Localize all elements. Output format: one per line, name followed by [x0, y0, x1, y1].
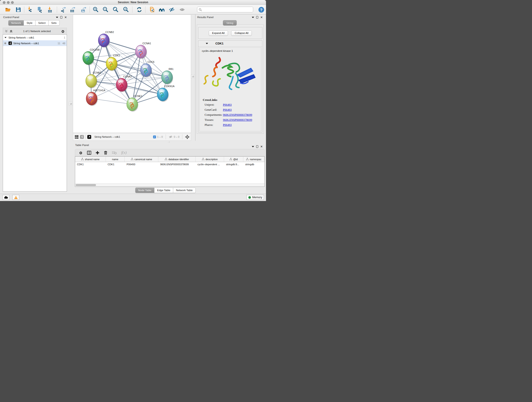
open-session-button[interactable] — [5, 6, 12, 13]
node-cdkn1a[interactable]: CDKN1A — [157, 85, 175, 102]
gear-icon[interactable] — [61, 29, 65, 33]
panel-menu-icon[interactable] — [56, 17, 58, 18]
tab-string[interactable]: String — [223, 20, 237, 26]
node-rb1[interactable]: RB1 — [162, 68, 173, 85]
crosslink-link[interactable]: 9606.ENSP00000378699 — [223, 118, 252, 122]
tab-style[interactable]: Style — [24, 20, 36, 26]
edge-ccnb2-ccne1[interactable] — [104, 40, 132, 104]
refresh-button[interactable] — [136, 6, 143, 13]
import-network-database-button[interactable] — [36, 6, 43, 13]
table-cell[interactable]: CDK1 — [106, 162, 125, 167]
export-network-button[interactable] — [60, 6, 66, 13]
crosslink-link[interactable]: P06493 — [223, 123, 232, 127]
network-canvas[interactable]: CCNB2CCNA1CDC25BCDK1CDC6RB1CCNB1CCNA2CDK… — [73, 14, 191, 133]
expand-all-icon[interactable] — [9, 30, 13, 33]
panel-menu-icon[interactable] — [252, 17, 254, 18]
collapse-all-icon[interactable] — [5, 30, 8, 33]
zoom-selected-button[interactable] — [123, 6, 129, 13]
selected-checkbox-icon[interactable]: ✓ — [153, 135, 156, 138]
column-header-shared-name[interactable]: shared name — [75, 157, 106, 162]
tab-node-table[interactable]: Node Table — [135, 187, 154, 193]
node-table[interactable]: shared namenamecanonical namedatabase id… — [75, 156, 265, 187]
column-header-name[interactable]: name — [106, 157, 125, 162]
float-panel-icon[interactable] — [60, 16, 62, 19]
help-button[interactable]: ? — [258, 6, 265, 13]
node-hist1h1a[interactable]: HIST1H1A — [86, 89, 105, 106]
network-selection-status: 1 of 1 Network selected — [13, 30, 61, 32]
column-header-namespac[interactable]: namespac — [243, 157, 264, 162]
export-image-button[interactable] — [80, 6, 87, 13]
edge-hist1h1a-ccne1[interactable] — [92, 99, 132, 104]
column-header-canonical-name[interactable]: canonical name — [125, 157, 158, 162]
network-row-selected[interactable]: String Network – cdk1 11 48 — [3, 40, 67, 46]
string-view-icon[interactable] — [80, 135, 84, 139]
float-panel-icon[interactable] — [256, 16, 258, 19]
memory-button[interactable]: Memory — [247, 195, 264, 200]
crosslink-link[interactable]: 9606.ENSP00000378699 — [223, 113, 252, 117]
add-column-icon[interactable] — [87, 151, 91, 155]
splitter-handle[interactable] — [69, 102, 73, 105]
collapse-icon[interactable] — [5, 37, 7, 38]
table-toolbar: f(x) — [75, 149, 265, 156]
new-network-from-selection-button[interactable] — [148, 6, 155, 13]
cdk1-section-header[interactable]: CDK1 — [198, 41, 262, 46]
table-cell[interactable]: CDK1 — [75, 162, 106, 167]
import-table-button[interactable] — [46, 6, 53, 13]
close-panel-icon[interactable]: ✕ — [260, 145, 263, 148]
node-label: CCNE1 — [134, 95, 142, 97]
table-row[interactable]: CDK1CDK1P064939606.ENSP00000378699cyclin… — [75, 162, 264, 167]
show-all-button[interactable] — [179, 6, 186, 13]
close-panel-icon[interactable]: ✕ — [64, 16, 67, 19]
column-header-description[interactable]: description — [196, 157, 224, 162]
houses-icon — [158, 7, 165, 12]
network-collection-row[interactable]: String Network – cdk1 1 — [3, 35, 67, 40]
hide-selected-button[interactable] — [168, 6, 175, 13]
column-header-database-identifier[interactable]: database identifier — [158, 157, 196, 162]
node-cdk1[interactable]: CDK1 — [106, 54, 120, 71]
table-cell[interactable]: 9606.ENSP00000378699 — [158, 162, 196, 167]
left-splitter[interactable] — [69, 14, 73, 141]
tab-edge-table[interactable]: Edge Table — [154, 187, 173, 193]
zoom-in-button[interactable] — [92, 6, 99, 13]
close-panel-icon[interactable]: ✕ — [260, 16, 263, 19]
tab-select[interactable]: Select — [36, 20, 49, 26]
export-table-button[interactable] — [69, 6, 76, 13]
cloud-status-button[interactable] — [2, 195, 9, 200]
tab-network-table[interactable]: Network Table — [173, 187, 196, 193]
first-neighbors-button[interactable] — [158, 6, 165, 13]
table-cell[interactable]: cyclin–dependent ... — [196, 162, 224, 167]
table-cell[interactable]: stringdb — [243, 162, 264, 167]
panel-menu-icon[interactable] — [252, 146, 254, 147]
tab-sets[interactable]: Sets — [49, 20, 60, 26]
table-cell[interactable]: stringdb:9... — [224, 162, 243, 167]
edge-ccna2-cdkn1a[interactable] — [122, 85, 163, 95]
table-settings-gear-icon[interactable] — [79, 151, 83, 155]
zoom-fit-button[interactable] — [112, 6, 119, 13]
expand-all-button[interactable]: Expand All — [209, 31, 228, 36]
table-cell[interactable]: P06493 — [125, 162, 158, 167]
zoom-out-button[interactable] — [102, 6, 109, 13]
table-horizontal-scrollbar[interactable] — [75, 183, 265, 186]
delete-trash-icon[interactable] — [104, 151, 108, 155]
crosslink-link[interactable]: P06493 — [223, 108, 232, 112]
results-buttons-row: Expand All Collapse All — [198, 27, 262, 39]
add-row-plus-icon[interactable] — [95, 151, 99, 155]
import-network-file-button[interactable] — [26, 6, 33, 13]
node-ccnb2[interactable]: CCNB2 — [98, 31, 114, 48]
warning-status-button[interactable] — [12, 195, 19, 200]
save-session-button[interactable] — [15, 6, 22, 13]
detach-view-icon[interactable] — [87, 135, 91, 139]
node-ccna1[interactable]: CCNA1 — [135, 42, 151, 59]
collapse-section-icon[interactable] — [206, 43, 208, 44]
splitter-handle[interactable] — [191, 75, 195, 78]
crosslink-link[interactable]: P06493 — [223, 103, 232, 107]
search-input[interactable] — [197, 7, 253, 12]
scrollbar-thumb[interactable] — [76, 184, 96, 186]
grid-view-icon[interactable] — [75, 135, 78, 139]
tab-network[interactable]: Network — [8, 20, 24, 26]
collapse-all-button[interactable]: Collapse All — [231, 31, 252, 36]
column-header--id[interactable]: @id — [224, 157, 243, 162]
float-panel-icon[interactable] — [256, 145, 258, 148]
pan-crosshair-icon[interactable] — [185, 135, 190, 139]
right-splitter[interactable] — [191, 14, 195, 141]
